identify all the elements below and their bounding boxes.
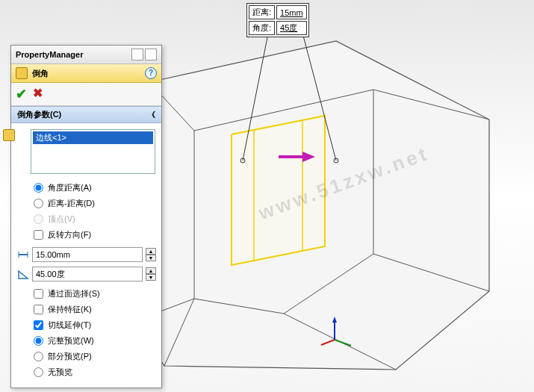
feature-title-row: 倒角 ? [11,64,161,83]
group-body: 边线<1> 角度距离(A) 距离-距离(D) 顶点(V) 反转方向(F) ▲ [11,123,161,388]
radio-distance-distance-label: 距离-距离(D) [48,198,95,209]
radio-distance-distance[interactable]: 距离-距离(D) [17,196,155,211]
check-keep-feature-input[interactable] [34,305,43,314]
radio-full-preview-label: 完整预览(W) [48,335,94,346]
callout-angle-label: 角度: [249,21,275,35]
radio-partial-preview[interactable]: 部分预览(P) [17,349,155,364]
callout-distance-label: 距离: [249,5,275,19]
group-header[interactable]: 倒角参数(C) 《 [11,106,161,123]
help-button[interactable]: ? [145,67,157,79]
check-tangent-propagation-label: 切线延伸(T) [48,320,91,331]
pm-titlebar: PropertyManager [11,46,161,64]
radio-angle-distance-input[interactable] [34,183,43,193]
radio-vertex-input [34,214,43,224]
group-title: 倒角参数(C) [17,109,61,120]
radio-full-preview-input[interactable] [34,336,43,346]
distance-spinner: ▲ ▼ [17,247,155,262]
radio-no-preview-label: 无预览 [48,367,72,378]
property-manager-panel: PropertyManager 倒角 ? ✔ ✖ 倒角参数(C) 《 边线<1>… [10,45,162,388]
pm-menu-icon[interactable] [145,49,157,60]
check-keep-feature-label: 保持特征(K) [48,304,92,315]
radio-angle-distance[interactable]: 角度距离(A) [17,180,155,196]
check-keep-feature[interactable]: 保持特征(K) [17,302,155,317]
radio-partial-preview-input[interactable] [34,352,43,361]
check-through-face[interactable]: 通过面选择(S) [17,286,155,302]
check-through-face-input[interactable] [34,289,43,299]
check-tangent-propagation[interactable]: 切线延伸(T) [17,317,155,333]
angle-icon [17,268,29,280]
check-through-face-label: 通过面选择(S) [48,288,100,299]
radio-distance-distance-input[interactable] [34,199,43,208]
angle-up[interactable]: ▲ [146,267,156,274]
dimension-callout[interactable]: 距离: 15mm 角度: 45度 [246,3,309,37]
chamfer-icon [16,67,28,79]
radio-no-preview-input[interactable] [34,367,43,377]
angle-spinner: ▲ ▼ [17,267,155,281]
radio-partial-preview-label: 部分预览(P) [48,351,92,362]
radio-vertex-label: 顶点(V) [48,214,75,225]
ok-button[interactable]: ✔ [16,86,27,102]
distance-icon [17,249,29,261]
collapse-icon[interactable]: 《 [148,110,155,120]
radio-full-preview[interactable]: 完整预览(W) [17,333,155,349]
cancel-button[interactable]: ✖ [33,86,43,102]
pm-title: PropertyManager [16,50,83,59]
check-flip-input[interactable] [34,230,43,240]
radio-vertex: 顶点(V) [17,211,155,227]
distance-input[interactable] [32,247,143,262]
edge-selection-icon [3,129,15,141]
selection-list[interactable]: 边线<1> [31,129,155,174]
radio-no-preview[interactable]: 无预览 [17,364,155,380]
distance-up[interactable]: ▲ [146,248,156,255]
callout-angle-value[interactable]: 45度 [276,21,307,35]
svg-marker-1 [232,116,325,265]
angle-down[interactable]: ▼ [146,274,156,281]
pm-pin-icon[interactable] [131,49,143,60]
callout-distance-value[interactable]: 15mm [276,5,307,19]
confirm-row: ✔ ✖ [11,83,161,106]
selection-item[interactable]: 边线<1> [33,131,153,144]
radio-angle-distance-label: 角度距离(A) [48,182,92,193]
feature-name: 倒角 [32,68,49,79]
check-flip[interactable]: 反转方向(F) [17,227,155,243]
distance-down[interactable]: ▼ [146,255,156,261]
check-tangent-propagation-input[interactable] [34,320,43,330]
angle-input[interactable] [32,267,143,281]
check-flip-label: 反转方向(F) [48,229,91,240]
